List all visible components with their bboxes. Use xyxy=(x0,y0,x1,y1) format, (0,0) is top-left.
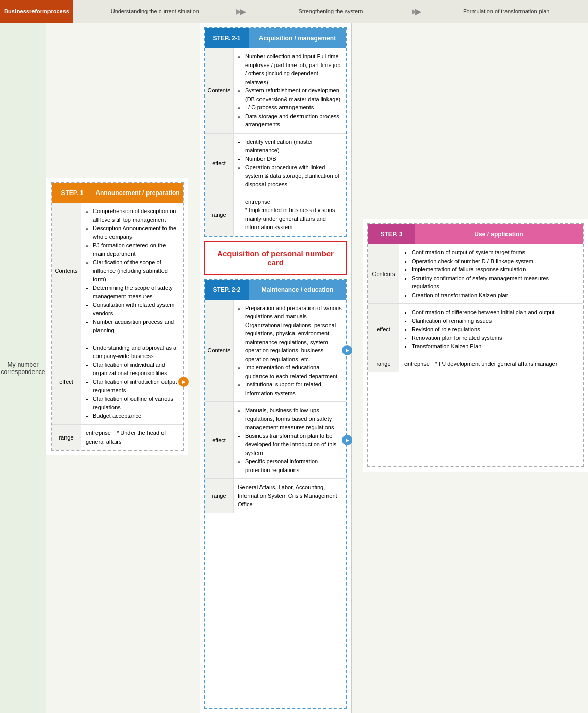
step1-contents-text: Comprehension of description on all leve… xyxy=(81,203,183,339)
header-step-1: Understanding the current situation xyxy=(73,0,237,23)
step3-effect-label: effect xyxy=(368,304,399,355)
highlight-box: Acquisition of personal number card xyxy=(204,241,347,275)
step3-top-spacer xyxy=(363,23,588,219)
step22-effect-label: effect xyxy=(205,402,234,478)
step22-box: STEP. 2-2 Maintenance / education Conten… xyxy=(204,279,347,709)
header-step-2: Strengthening the system xyxy=(249,0,413,23)
step2-column: STEP. 2-1 Acquisition / management Conte… xyxy=(200,23,352,713)
step3-range-label: range xyxy=(368,355,399,372)
step3-num: STEP. 3 xyxy=(368,224,415,244)
step3-contents-text: Confirmation of output of system target … xyxy=(399,244,583,303)
step22-range-text: General Affairs, Labor, Accounting, Info… xyxy=(234,479,346,513)
step21-header: STEP. 2-1 Acquisition / management xyxy=(205,28,346,48)
step21-range-row: range entreprise * Implemented in busine… xyxy=(205,193,346,236)
step1-title: Announcement / preparation xyxy=(93,183,183,203)
main-content: My number correspondence STEP. 1 Announc… xyxy=(0,23,588,713)
step21-effect-text: Identity verification (master maintenanc… xyxy=(234,134,346,193)
step22-header: STEP. 2-2 Maintenance / education xyxy=(205,280,346,300)
step1-effect-arrow: ▶ xyxy=(178,377,189,387)
step3-range-row: range entreprise * PJ development under … xyxy=(368,355,583,372)
my-number-label: My number correspondence xyxy=(0,23,46,713)
step3-bottom-spacer xyxy=(363,472,588,714)
step3-effect-row: effect Confirmation of difference betwee… xyxy=(368,304,583,355)
highlight-text: Acquisition of personal number card xyxy=(217,249,334,267)
step3-title: Use / application xyxy=(415,224,583,244)
step1-num: STEP. 1 xyxy=(52,183,93,203)
step1-contents-row: Contents Comprehension of description on… xyxy=(52,203,183,339)
step22-contents-text: Preparation and preparation of various r… xyxy=(234,300,346,402)
step1-box: STEP. 1 Announcement / preparation Conte… xyxy=(51,182,184,451)
header-business: Business reform process xyxy=(0,0,73,23)
step21-box: STEP. 2-1 Acquisition / management Conte… xyxy=(204,27,347,237)
step1-range-row: range entreprise * Under the head of gen… xyxy=(52,425,183,450)
step1-effect-row: effect Understanding and approval as a c… xyxy=(52,339,183,425)
step21-effect-label: effect xyxy=(205,134,234,193)
step21-range-text: entreprise * Implemented in business div… xyxy=(234,193,346,236)
step22-effect-row: effect Manuals, business follow-ups, reg… xyxy=(205,402,346,479)
step22-num: STEP. 2-2 xyxy=(205,280,249,300)
step3-contents-row: Contents Confirmation of output of syste… xyxy=(368,244,583,304)
arrow-col-2 xyxy=(352,23,363,713)
step21-effect-row: effect Identity verification (master mai… xyxy=(205,134,346,193)
step21-contents-row: Contents Number collection and input Ful… xyxy=(205,48,346,134)
step1-effect-label: effect xyxy=(52,339,81,425)
header: Business reform process Understanding th… xyxy=(0,0,588,23)
step3-column: STEP. 3 Use / application Contents Confi… xyxy=(363,23,588,713)
header-step-3: Formulation of transformation plan xyxy=(424,0,588,23)
step1-range-label: range xyxy=(52,425,81,450)
step1-bottom-spacer xyxy=(46,455,188,713)
step22-range-label: range xyxy=(205,479,234,513)
step22-contents-row: Contents Preparation and preparation of … xyxy=(205,300,346,402)
step21-contents-label: Contents xyxy=(205,48,234,133)
step1-column: STEP. 1 Announcement / preparation Conte… xyxy=(46,23,188,713)
step3-range-text: entreprise * PJ development under genera… xyxy=(399,355,583,372)
step22-contents-arrow: ▶ xyxy=(342,345,352,355)
step3-header: STEP. 3 Use / application xyxy=(368,224,583,244)
step1-top-spacer xyxy=(46,23,188,178)
step1-effect-text: Understanding and approval as a company-… xyxy=(81,339,183,425)
step3-box: STEP. 3 Use / application Contents Confi… xyxy=(367,223,584,467)
step22-title: Maintenance / education xyxy=(249,280,346,300)
step21-num: STEP. 2-1 xyxy=(205,28,249,48)
step22-contents-label: Contents xyxy=(205,300,234,402)
step21-contents-text: Number collection and input Full-time em… xyxy=(234,48,346,133)
step1-contents-label: Contents xyxy=(52,203,81,339)
step21-title: Acquisition / management xyxy=(249,28,346,48)
arrow-col-1 xyxy=(188,23,200,713)
step3-effect-text: Confirmation of difference between initi… xyxy=(399,304,583,355)
step21-range-label: range xyxy=(205,193,234,236)
step3-contents-label: Contents xyxy=(368,244,399,303)
step22-range-row: range General Affairs, Labor, Accounting… xyxy=(205,479,346,513)
step22-effect-arrow: ▶ xyxy=(342,435,352,445)
step22-effect-text: Manuals, business follow-ups, regulation… xyxy=(234,402,346,478)
step1-range-text: entreprise * Under the head of general a… xyxy=(81,425,183,450)
step1-header: STEP. 1 Announcement / preparation xyxy=(52,183,183,203)
